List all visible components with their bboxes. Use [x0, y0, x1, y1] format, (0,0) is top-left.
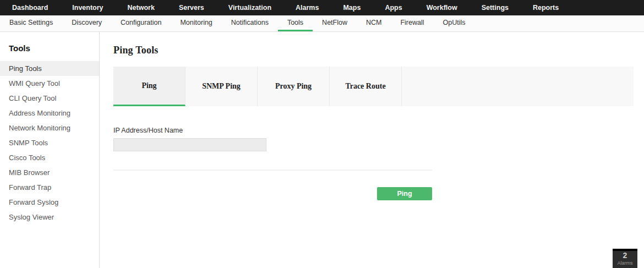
tab-snmp-ping[interactable]: SNMP Ping [185, 67, 258, 106]
subnav-item-firewall[interactable]: Firewall [391, 15, 433, 31]
topnav-item-maps[interactable]: Maps [331, 0, 373, 15]
ip-address-label: IP Address/Host Name [113, 127, 432, 134]
subnav-item-netflow[interactable]: NetFlow [313, 15, 357, 31]
alarms-count: 2 [613, 251, 637, 260]
sidebar-item-ping-tools[interactable]: Ping Tools [0, 61, 99, 76]
top-navigation: Dashboard Inventory Network Servers Virt… [0, 0, 644, 15]
alarms-badge-label: Alarms [613, 260, 637, 266]
sidebar-item-mib-browser[interactable]: MIB Browser [0, 165, 99, 180]
topnav-item-workflow[interactable]: Workflow [414, 0, 470, 15]
topnav-item-virtualization[interactable]: Virtualization [216, 0, 283, 15]
sidebar-item-snmp-tools[interactable]: SNMP Tools [0, 135, 99, 150]
sidebar-item-forward-trap[interactable]: Forward Trap [0, 180, 99, 195]
sidebar-item-address-monitoring[interactable]: Address Monitoring [0, 106, 99, 121]
topnav-item-settings[interactable]: Settings [470, 0, 521, 15]
ping-tools-tabbar: Ping SNMP Ping Proxy Ping Trace Route [113, 67, 634, 106]
topnav-item-network[interactable]: Network [116, 0, 167, 15]
sidebar-item-forward-syslog[interactable]: Forward Syslog [0, 195, 99, 210]
sidebar-title: Tools [9, 43, 99, 53]
page-title: Ping Tools [113, 45, 644, 56]
ping-button[interactable]: Ping [377, 187, 432, 200]
subnav-item-monitoring[interactable]: Monitoring [171, 15, 221, 31]
topnav-item-servers[interactable]: Servers [167, 0, 216, 15]
subnav-item-notifications[interactable]: Notifications [222, 15, 278, 31]
topnav-item-alarms[interactable]: Alarms [283, 0, 331, 15]
form-divider [113, 169, 432, 171]
sidebar-item-cisco-tools[interactable]: Cisco Tools [0, 150, 99, 165]
subnav-item-discovery[interactable]: Discovery [62, 15, 111, 31]
topnav-item-dashboard[interactable]: Dashboard [0, 0, 60, 15]
sidebar-item-wmi-query-tool[interactable]: WMI Query Tool [0, 76, 99, 91]
subnav-item-oputils[interactable]: OpUtils [433, 15, 474, 31]
content-layout: Tools Ping Tools WMI Query Tool CLI Quer… [0, 32, 644, 268]
topnav-item-apps[interactable]: Apps [373, 0, 414, 15]
topnav-item-reports[interactable]: Reports [521, 0, 571, 15]
alarms-badge[interactable]: 2 Alarms [613, 249, 637, 268]
subnav-item-tools[interactable]: Tools [278, 15, 313, 31]
ip-address-input[interactable] [113, 138, 266, 151]
subnav-item-basic-settings[interactable]: Basic Settings [0, 15, 62, 31]
topnav-item-inventory[interactable]: Inventory [60, 0, 115, 15]
subnav-item-ncm[interactable]: NCM [357, 15, 391, 31]
main-panel: Ping Tools Ping SNMP Ping Proxy Ping Tra… [100, 32, 644, 268]
tab-ping[interactable]: Ping [113, 67, 185, 106]
sidebar-item-network-monitoring[interactable]: Network Monitoring [0, 121, 99, 135]
tab-trace-route[interactable]: Trace Route [330, 67, 402, 106]
button-row: Ping [113, 187, 432, 200]
sidebar-item-cli-query-tool[interactable]: CLI Query Tool [0, 91, 99, 106]
tab-proxy-ping[interactable]: Proxy Ping [258, 67, 330, 106]
tools-sidebar: Tools Ping Tools WMI Query Tool CLI Quer… [0, 32, 100, 268]
ping-form: IP Address/Host Name Ping [113, 127, 432, 200]
sidebar-item-syslog-viewer[interactable]: Syslog Viewer [0, 210, 99, 225]
settings-sub-navigation: Basic Settings Discovery Configuration M… [0, 15, 644, 32]
subnav-item-configuration[interactable]: Configuration [111, 15, 171, 31]
